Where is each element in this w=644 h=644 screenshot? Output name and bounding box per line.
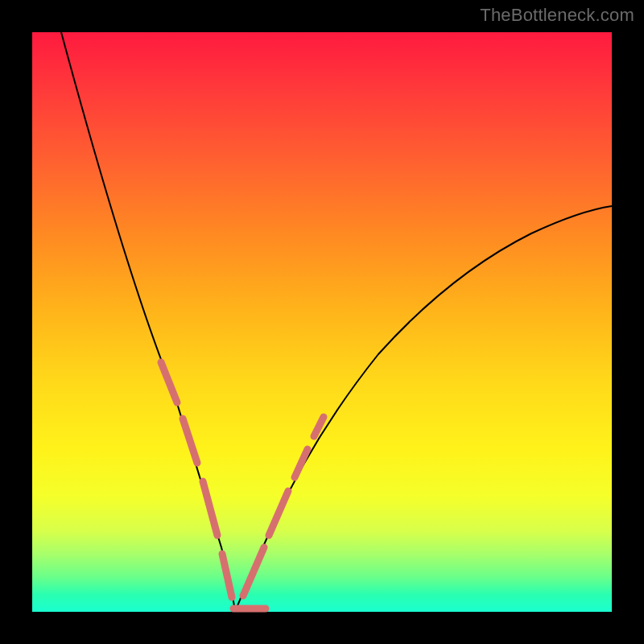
marker-right-seg-2: [269, 491, 288, 535]
marker-right-seg-1: [243, 547, 264, 596]
marker-left-seg-1: [161, 362, 177, 402]
curve-right-branch: [235, 206, 612, 612]
marker-right-seg-3: [295, 449, 308, 477]
chart-svg: [32, 32, 612, 612]
outer-frame: TheBottleneck.com: [0, 0, 644, 644]
marker-left-seg-2: [183, 419, 197, 463]
watermark-text: TheBottleneck.com: [480, 5, 634, 26]
gradient-plot-area: [32, 32, 612, 612]
curve-left-branch: [61, 32, 235, 612]
marker-left-seg-4: [222, 554, 232, 597]
marker-left-seg-3: [203, 481, 217, 535]
